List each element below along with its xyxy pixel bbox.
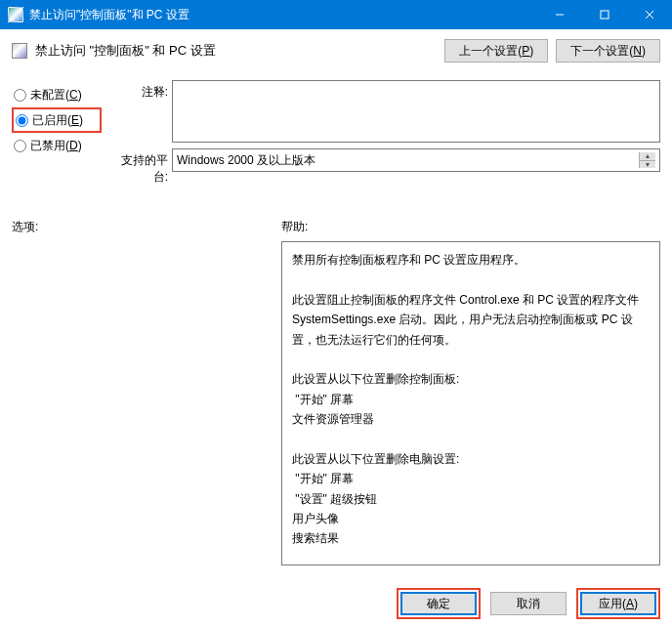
platform-value: Windows 2000 及以上版本 (177, 152, 315, 169)
platform-spinner[interactable]: ▲ ▼ (639, 152, 655, 168)
radio-disabled[interactable]: 已禁用(D) (12, 133, 102, 158)
previous-setting-button[interactable]: 上一个设置(P) (444, 39, 548, 63)
close-button[interactable] (627, 0, 672, 29)
svg-rect-0 (601, 11, 609, 19)
minimize-button[interactable] (537, 0, 582, 29)
policy-title: 禁止访问 "控制面板" 和 PC 设置 (35, 42, 444, 60)
title-bar: 禁止访问"控制面板"和 PC 设置 (0, 0, 672, 29)
apply-highlight: 应用(A) (576, 588, 660, 619)
radio-enabled-input[interactable] (16, 114, 28, 127)
spinner-up-icon[interactable]: ▲ (640, 152, 655, 161)
help-text-box[interactable]: 禁用所有控制面板程序和 PC 设置应用程序。 此设置阻止控制面板的程序文件 Co… (281, 241, 660, 565)
radio-enabled-label: 已启用(E) (32, 112, 83, 129)
radio-not-configured[interactable]: 未配置(C) (12, 82, 102, 107)
spinner-down-icon[interactable]: ▼ (640, 161, 655, 169)
maximize-button[interactable] (582, 0, 627, 29)
cancel-button[interactable]: 取消 (490, 592, 567, 615)
comment-label: 注释: (109, 80, 172, 143)
apply-button[interactable]: 应用(A) (580, 592, 656, 615)
policy-icon (12, 43, 27, 59)
window-title: 禁止访问"控制面板"和 PC 设置 (29, 7, 537, 23)
comment-textarea[interactable] (172, 80, 660, 143)
ok-button[interactable]: 确定 (400, 592, 477, 615)
ok-highlight: 确定 (397, 588, 481, 619)
radio-disabled-input[interactable] (14, 140, 26, 152)
supported-platform-field[interactable]: Windows 2000 及以上版本 ▲ ▼ (172, 148, 660, 172)
radio-not-configured-label: 未配置(C) (30, 87, 82, 104)
app-icon (8, 7, 23, 22)
radio-not-configured-input[interactable] (14, 89, 26, 102)
options-label: 选项: (12, 219, 275, 235)
radio-enabled[interactable]: 已启用(E) (12, 107, 102, 133)
next-setting-button[interactable]: 下一个设置(N) (556, 39, 660, 63)
help-label: 帮助: (281, 219, 660, 235)
platform-label: 支持的平台: (109, 148, 172, 186)
radio-disabled-label: 已禁用(D) (30, 138, 82, 154)
